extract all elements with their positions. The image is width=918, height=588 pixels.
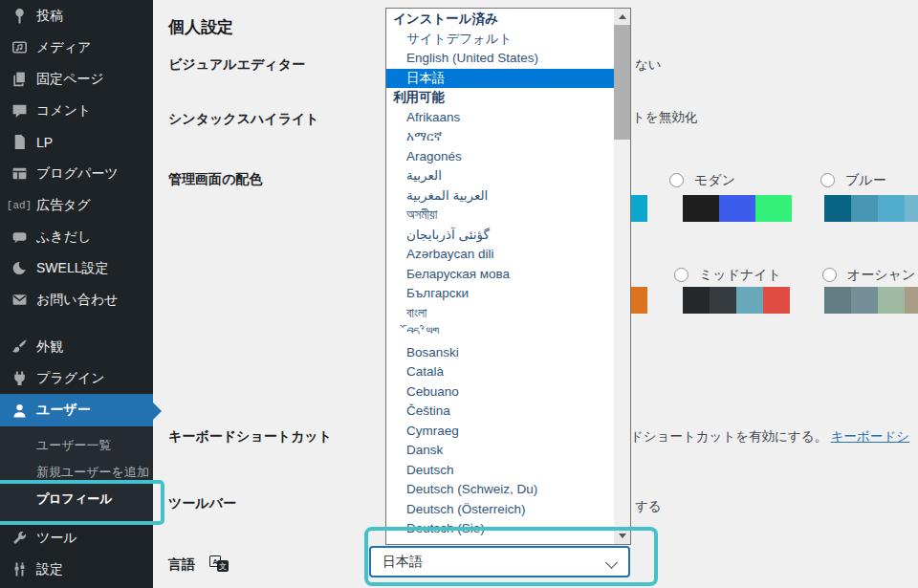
keyboard-option-text: ドショートカットを有効にする。 キーボードシ (630, 428, 909, 446)
sidebar-item-media[interactable]: メディア (0, 32, 153, 63)
language-dropdown-panel: インストール済みサイトデフォルトEnglish (United States)日… (385, 8, 631, 545)
radio-scheme-ocean[interactable] (822, 268, 837, 282)
submenu-item[interactable]: 新規ユーザーを追加 (0, 459, 153, 486)
language-option[interactable]: گؤنئی آذربایجان (386, 226, 614, 246)
language-select-value: 日本語 (382, 554, 423, 571)
field-label-keyboard: キーボードショートカット (168, 428, 332, 446)
toolbar-option-text: する (635, 498, 662, 515)
sidebar-item-lp[interactable]: LP (0, 126, 153, 158)
triangle-down-icon (619, 534, 626, 538)
keyboard-shortcuts-link[interactable]: キーボードシ (831, 429, 909, 444)
menu-separator (0, 316, 153, 331)
sidebar-item-label: 設定 (36, 561, 63, 578)
language-option[interactable]: العربية (386, 166, 614, 186)
color-swatch (824, 287, 851, 314)
sidebar-item-contact[interactable]: お問い合わせ (0, 284, 153, 316)
language-group-header: インストール済み (386, 10, 614, 30)
language-option[interactable]: অসমীয়া (386, 206, 614, 226)
scroll-down-button[interactable] (614, 528, 630, 544)
language-option[interactable]: Dansk (386, 441, 614, 461)
sidebar-item-pages[interactable]: 固定ページ (0, 63, 153, 95)
sidebar-item-label: 投稿 (36, 8, 63, 25)
mail-icon (11, 292, 28, 309)
language-option[interactable]: Deutsch (Sie) (386, 519, 614, 539)
scheme-label-modern: モダン (694, 172, 735, 189)
language-option[interactable]: Afrikaans (386, 108, 614, 128)
user-icon (11, 402, 28, 419)
language-select[interactable]: 日本語 (369, 546, 630, 577)
sidebar-item-blog-parts[interactable]: ブログパーツ (0, 158, 153, 189)
language-option[interactable]: English (United States) (386, 49, 614, 69)
triangle-up-icon (619, 14, 626, 19)
field-label-syntax-highlight: シンタックスハイライト (168, 111, 319, 128)
users-submenu: ユーザー一覧新規ユーザーを追加プロフィール (0, 426, 153, 522)
sidebar-item-label: 広告タグ (36, 197, 91, 214)
sidebar-item-label: ユーザー (36, 402, 91, 419)
sidebar-item-posts[interactable]: 投稿 (0, 0, 153, 32)
sidebar-item-label: ツール (36, 530, 77, 547)
color-swatch (719, 195, 755, 222)
sidebar-item-label: SWELL設定 (36, 260, 108, 277)
scrollbar-thumb[interactable] (614, 25, 630, 140)
scroll-up-button[interactable] (614, 9, 630, 25)
speech-bubble-icon (11, 229, 28, 246)
radio-scheme-modern[interactable] (669, 173, 684, 187)
radio-scheme-midnight[interactable] (674, 268, 688, 282)
scheme-swatches-ocean (824, 287, 918, 314)
language-option[interactable]: Čeština (386, 402, 614, 422)
language-option[interactable]: Deutsch (Schweiz) (386, 539, 614, 544)
language-option[interactable]: Deutsch (Schweiz, Du) (386, 480, 614, 500)
syntax-option-text: トを無効化 (632, 109, 697, 126)
sidebar-item-label: お問い合わせ (36, 292, 118, 309)
swell-icon (11, 260, 28, 277)
document-icon (11, 134, 28, 151)
color-swatch (878, 287, 905, 314)
language-option[interactable]: አማርኛ (386, 127, 614, 147)
sidebar-item-label: ふきだし (36, 229, 91, 246)
pushpin-icon (11, 8, 28, 25)
sidebar-item-ad-tags[interactable]: [ad]広告タグ (0, 189, 153, 221)
language-option[interactable]: Aragonés (386, 147, 614, 167)
language-option[interactable]: Bosanski (386, 343, 614, 363)
dropdown-scrollbar[interactable] (614, 9, 630, 544)
sidebar-item-swell-settings[interactable]: SWELL設定 (0, 252, 153, 284)
sidebar-item-label: プラグイン (36, 370, 105, 387)
language-option[interactable]: Cymraeg (386, 422, 614, 442)
settings-icon (11, 561, 28, 578)
field-label-visual-editor: ビジュアルエディター (168, 56, 305, 74)
language-option[interactable]: العربية المغربية (386, 186, 614, 207)
sidebar-item-fukidashi[interactable]: ふきだし (0, 221, 153, 252)
submenu-item[interactable]: プロフィール (0, 486, 153, 512)
language-option[interactable]: Cebuano (386, 382, 614, 403)
sidebar-item-label: LP (36, 135, 53, 150)
language-option[interactable]: 日本語 (386, 69, 614, 89)
color-swatch (905, 195, 918, 222)
language-option[interactable]: Deutsch (Österreich) (386, 500, 614, 520)
submenu-item[interactable]: ユーザー一覧 (0, 432, 153, 459)
translation-icon: A 文 (209, 555, 230, 573)
sidebar-item-plugins[interactable]: プラグイン (0, 362, 153, 394)
language-option[interactable]: Български (386, 284, 614, 304)
color-swatch-partial (631, 287, 647, 314)
language-option[interactable]: Català (386, 362, 614, 382)
visual-editor-option-text: ない (635, 56, 662, 74)
sidebar-item-label: メディア (36, 39, 91, 56)
sidebar-item-comments[interactable]: コメント (0, 95, 153, 126)
scheme-label-ocean: オーシャン (847, 267, 915, 284)
language-option[interactable]: বাংলা (386, 304, 614, 324)
language-option[interactable]: Azərbaycan dili (386, 245, 614, 265)
sidebar-item-label: 固定ページ (36, 71, 104, 88)
language-option[interactable]: བོད་ཡིག (386, 323, 614, 343)
sidebar-item-label: コメント (36, 102, 91, 120)
sidebar-item-tools[interactable]: ツール (0, 522, 153, 554)
sidebar-item-settings[interactable]: 設定 (0, 554, 153, 585)
color-swatch (763, 287, 790, 314)
field-label-admin-color: 管理画面の配色 (168, 171, 262, 188)
color-swatch-partial (631, 195, 647, 222)
language-option[interactable]: Deutsch (386, 461, 614, 481)
radio-scheme-blue[interactable] (820, 173, 835, 187)
sidebar-item-users[interactable]: ユーザー (0, 394, 153, 426)
language-option[interactable]: Беларуская мова (386, 265, 614, 285)
sidebar-item-appearance[interactable]: 外観 (0, 331, 153, 362)
language-option[interactable]: サイトデフォルト (386, 30, 614, 50)
